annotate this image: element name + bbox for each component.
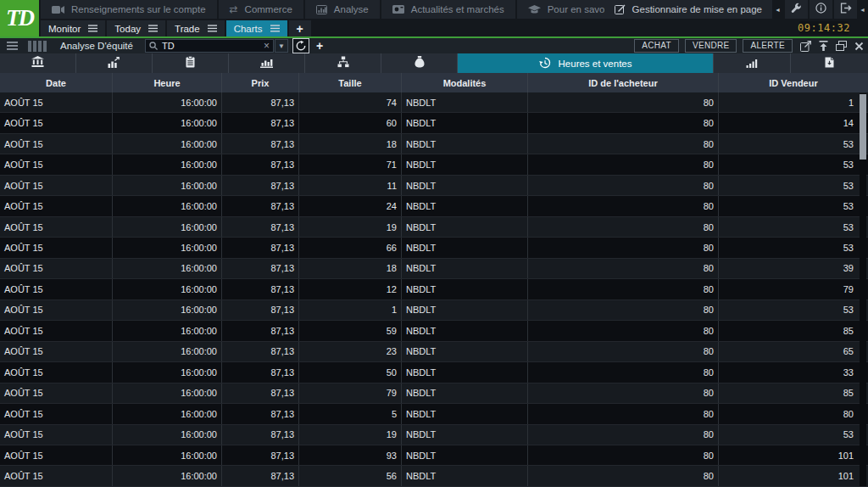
trading-app-window: TD Renseignements sur le compte⇄Commerce… — [0, 0, 868, 487]
tab-today[interactable]: Today — [107, 20, 165, 36]
tab-monitor[interactable]: Monitor — [41, 20, 105, 36]
table-scrollbar[interactable] — [860, 93, 866, 486]
cell-acheteur: 80 — [528, 176, 719, 195]
cell-vendeur: 101 — [719, 466, 868, 485]
panel-menu-icon[interactable] — [7, 42, 18, 50]
signout-button[interactable] — [834, 0, 857, 19]
column-header-prix[interactable]: Prix — [222, 73, 299, 92]
menu-item-actualit-s-et-march-s[interactable]: Actualités et marchés — [381, 0, 515, 19]
cell-modalites: NBDLT — [402, 176, 528, 195]
table-row: AOÛT 1516:00:0087,1318NBDLT8053 — [0, 134, 868, 154]
cell-prix: 87,13 — [222, 404, 299, 423]
cell-date: AOÛT 15 — [0, 300, 113, 320]
panel-tab-report[interactable] — [791, 53, 868, 73]
cell-modalites: NBDLT — [402, 342, 528, 361]
symbol-dropdown-button[interactable]: ▼ — [275, 39, 288, 53]
collapse-right-edge-icon[interactable]: ◄ — [857, 0, 868, 19]
cell-taille: 19 — [299, 425, 402, 445]
panel-tab-growth-chart[interactable] — [76, 53, 153, 73]
news-camera-icon — [392, 5, 404, 14]
cell-vendeur: 53 — [719, 300, 868, 320]
alerte-button[interactable]: ALERTE — [743, 39, 793, 53]
column-header-vendeur[interactable]: ID Vendeur — [719, 73, 868, 92]
tab-charts[interactable]: Charts — [226, 20, 287, 36]
cell-acheteur: 80 — [528, 425, 719, 445]
cell-taille: 50 — [299, 362, 402, 382]
cell-taille: 19 — [299, 217, 402, 237]
table-row: AOÛT 1516:00:0087,1323NBDLT8065 — [0, 342, 868, 362]
scrollbar-thumb[interactable] — [860, 94, 866, 160]
menu-item-renseignements-sur-le-compte[interactable]: Renseignements sur le compte — [41, 0, 217, 19]
cell-taille: 18 — [299, 134, 402, 154]
clear-search-icon[interactable]: × — [264, 40, 270, 52]
panel-tab-sitemap[interactable] — [305, 53, 381, 73]
cell-heure: 16:00:00 — [113, 383, 222, 403]
cell-vendeur: 53 — [719, 217, 868, 237]
cell-modalites: NBDLT — [402, 425, 528, 445]
cell-taille: 5 — [299, 404, 402, 423]
layout-columns-icon[interactable] — [28, 41, 47, 52]
bar-chart-icon — [260, 56, 273, 71]
duplicate-window-icon[interactable] — [836, 41, 847, 51]
column-header-date[interactable]: Date — [0, 73, 113, 92]
column-header-acheteur[interactable]: ID de l'acheteur — [528, 73, 719, 92]
symbol-search-value: TD — [162, 41, 259, 51]
achat-button[interactable]: ACHAT — [634, 39, 679, 53]
layout-manager-button[interactable]: Gestionnaire de mise en page — [604, 0, 772, 19]
cell-modalites: NBDLT — [402, 466, 528, 485]
collapse-left-icon[interactable]: ◄ — [772, 0, 783, 19]
add-symbol-button[interactable]: + — [316, 39, 323, 53]
report-icon — [825, 56, 834, 71]
cell-taille: 1 — [299, 300, 402, 320]
cell-prix: 87,13 — [222, 176, 299, 195]
cell-acheteur: 80 — [528, 113, 719, 132]
cell-vendeur: 85 — [719, 383, 868, 403]
add-workspace-tab-button[interactable]: + — [289, 20, 311, 36]
refresh-button[interactable] — [292, 38, 309, 53]
cell-date: AOÛT 15 — [0, 362, 113, 382]
column-header-modalites[interactable]: Modalités — [402, 73, 528, 92]
symbol-search-input[interactable]: TD × — [145, 39, 274, 53]
menu-item-commerce[interactable]: ⇄Commerce — [219, 0, 303, 19]
panel-tab-clipboard[interactable] — [153, 53, 229, 73]
cell-modalites: NBDLT — [402, 362, 528, 382]
cell-heure: 16:00:00 — [113, 445, 222, 465]
panel-tab-money-bag[interactable] — [381, 53, 458, 73]
tab-heures-et-ventes[interactable]: Heures et ventes — [458, 53, 714, 73]
menu-item-analyse[interactable]: Analyse — [305, 0, 380, 19]
cell-modalites: NBDLT — [402, 300, 528, 320]
cell-vendeur: 53 — [719, 134, 868, 154]
active-tab-label: Heures et ventes — [559, 59, 632, 69]
cell-acheteur: 80 — [528, 259, 719, 278]
cell-vendeur: 39 — [719, 259, 868, 278]
trade-arrows-icon: ⇄ — [230, 4, 238, 14]
info-button[interactable] — [810, 0, 832, 19]
cell-date: AOÛT 15 — [0, 342, 113, 361]
close-panel-icon[interactable] — [854, 42, 864, 51]
cell-acheteur: 80 — [528, 238, 719, 257]
cell-modalites: NBDLT — [402, 445, 528, 465]
cell-heure: 16:00:00 — [113, 321, 222, 340]
popout-icon[interactable] — [800, 41, 811, 52]
cell-heure: 16:00:00 — [113, 362, 222, 382]
cell-taille: 12 — [299, 279, 402, 299]
panel-tab-bank[interactable] — [0, 53, 76, 73]
column-header-heure[interactable]: Heure — [113, 73, 222, 92]
cell-date: AOÛT 15 — [0, 134, 113, 154]
panel-tab-bar-chart[interactable] — [229, 53, 305, 73]
td-logo: TD — [0, 0, 39, 36]
tab-trade[interactable]: Trade — [167, 20, 225, 36]
table-row: AOÛT 1516:00:0087,1359NBDLT8085 — [0, 321, 868, 341]
cell-date: AOÛT 15 — [0, 383, 113, 403]
cell-date: AOÛT 15 — [0, 445, 113, 465]
vendre-button[interactable]: VENDRE — [685, 39, 737, 53]
cell-acheteur: 80 — [528, 217, 719, 237]
settings-button[interactable] — [785, 0, 808, 19]
bank-icon — [31, 56, 44, 71]
dock-top-icon[interactable] — [819, 41, 828, 51]
cell-vendeur: 1 — [719, 92, 868, 112]
cell-heure: 16:00:00 — [113, 342, 222, 361]
cell-prix: 87,13 — [222, 92, 299, 112]
column-header-taille[interactable]: Taille — [299, 73, 402, 92]
panel-tab-volume-bars[interactable] — [714, 53, 791, 73]
